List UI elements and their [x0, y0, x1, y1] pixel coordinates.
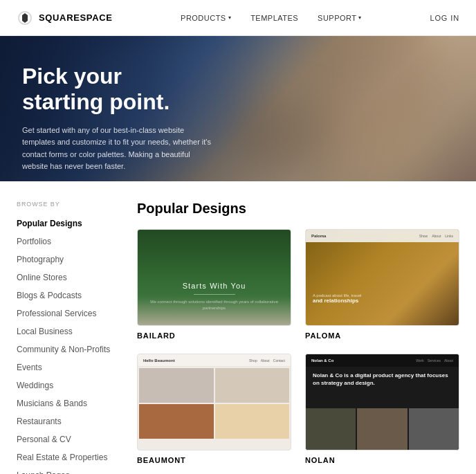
- sidebar-item-popular-designs[interactable]: Popular Designs: [17, 215, 120, 233]
- sidebar-item-weddings[interactable]: Weddings: [17, 376, 120, 394]
- bailard-thumbnail: Starts With You We connect through solut…: [137, 229, 291, 326]
- beaumont-brand: Hello Beaumont: [143, 358, 175, 363]
- sidebar: BROWSE BY Popular Designs Portfolios Pho…: [17, 201, 120, 474]
- sidebar-item-launch-pages[interactable]: Launch Pages: [17, 466, 120, 474]
- squarespace-logo-icon: [17, 10, 33, 26]
- nolan-img-1: [306, 408, 356, 450]
- hero-content: Pick yourstarting point. Get started wit…: [0, 36, 476, 181]
- beaumont-nav-links: ShopAboutContact: [249, 358, 285, 363]
- sidebar-item-real-estate[interactable]: Real Estate & Properties: [17, 448, 120, 466]
- hero-title: Pick yourstarting point.: [22, 64, 454, 115]
- paloma-nav-bar: Paloma Show About Links: [306, 230, 459, 242]
- template-card-beaumont[interactable]: Hello Beaumont ShopAboutContact BEAUMONT: [137, 354, 291, 464]
- nolan-name: NOLAN: [305, 456, 459, 464]
- chevron-down-icon: ▾: [358, 15, 361, 21]
- login-button[interactable]: LOG IN: [430, 14, 459, 22]
- sidebar-item-portfolios[interactable]: Portfolios: [17, 233, 120, 250]
- logo[interactable]: Squarespace: [17, 10, 113, 26]
- bailard-content: Starts With You We connect through solut…: [138, 282, 291, 311]
- beaumont-thumbnail: Hello Beaumont ShopAboutContact: [137, 354, 291, 450]
- beaumont-name: BEAUMONT: [137, 456, 291, 464]
- bailard-tagline: Starts With You: [183, 282, 246, 290]
- navigation: Squarespace PRODUCTS ▾ TEMPLATES SUPPORT…: [0, 0, 476, 36]
- sidebar-item-blogs-podcasts[interactable]: Blogs & Podcasts: [17, 286, 120, 304]
- nolan-content: Nolan & Co is a digital product agency t…: [313, 372, 452, 390]
- paloma-nav-links: Show About Links: [419, 234, 453, 238]
- nolan-brand: Nolan & Co: [311, 358, 333, 363]
- paloma-podcast-text: A podcast about life, travel and relatio…: [313, 293, 417, 304]
- beaumont-img-4: [215, 404, 290, 439]
- beaumont-img-1: [139, 368, 214, 403]
- bailard-name: BAILARD: [137, 331, 291, 340]
- nav-templates[interactable]: TEMPLATES: [250, 14, 298, 22]
- sidebar-item-community-nonprofits[interactable]: Community & Non-Profits: [17, 340, 120, 358]
- nolan-bottom: [306, 408, 459, 450]
- beaumont-nav: Hello Beaumont ShopAboutContact: [138, 354, 291, 367]
- templates-section: Popular Designs Starts With You We conne…: [137, 201, 459, 474]
- hero-description: Get started with any of our best-in-clas…: [22, 125, 216, 173]
- beaumont-grid: [138, 367, 291, 440]
- nolan-nav-links: Work Services About: [416, 358, 453, 363]
- paloma-name: PALOMA: [305, 331, 459, 340]
- nav-products[interactable]: PRODUCTS ▾: [181, 14, 231, 22]
- hero-section: Pick yourstarting point. Get started wit…: [0, 36, 476, 181]
- sidebar-item-photography[interactable]: Photography: [17, 250, 120, 268]
- nolan-img-3: [409, 408, 459, 450]
- nolan-nav: Nolan & Co Work Services About: [306, 354, 459, 367]
- nolan-thumbnail: Nolan & Co Work Services About Nolan & C…: [305, 354, 459, 450]
- paloma-thumbnail: Paloma Show About Links A podcast about …: [305, 229, 459, 326]
- template-card-paloma[interactable]: Paloma Show About Links A podcast about …: [305, 229, 459, 340]
- sidebar-item-events[interactable]: Events: [17, 358, 120, 376]
- chevron-down-icon: ▾: [228, 15, 231, 21]
- template-card-nolan[interactable]: Nolan & Co Work Services About Nolan & C…: [305, 354, 459, 464]
- template-card-bailard[interactable]: Starts With You We connect through solut…: [137, 229, 291, 340]
- sidebar-item-restaurants[interactable]: Restaurants: [17, 412, 120, 430]
- sidebar-item-online-stores[interactable]: Online Stores: [17, 268, 120, 286]
- sidebar-item-musicians-bands[interactable]: Musicians & Bands: [17, 394, 120, 412]
- browse-by-label: BROWSE BY: [17, 201, 120, 208]
- nav-support[interactable]: SUPPORT ▾: [318, 14, 362, 22]
- main-content: BROWSE BY Popular Designs Portfolios Pho…: [0, 181, 476, 474]
- nolan-title: Nolan & Co is a digital product agency t…: [313, 372, 452, 387]
- beaumont-img-3: [139, 404, 214, 439]
- logo-text: Squarespace: [39, 12, 113, 23]
- section-title: Popular Designs: [137, 201, 459, 217]
- templates-grid: Starts With You We connect through solut…: [137, 229, 459, 464]
- nav-links: PRODUCTS ▾ TEMPLATES SUPPORT ▾: [181, 14, 362, 22]
- beaumont-img-2: [215, 368, 290, 403]
- sidebar-item-personal-cv[interactable]: Personal & CV: [17, 430, 120, 448]
- nolan-img-2: [357, 408, 407, 450]
- sidebar-item-professional-services[interactable]: Professional Services: [17, 304, 120, 322]
- sidebar-item-local-business[interactable]: Local Business: [17, 322, 120, 340]
